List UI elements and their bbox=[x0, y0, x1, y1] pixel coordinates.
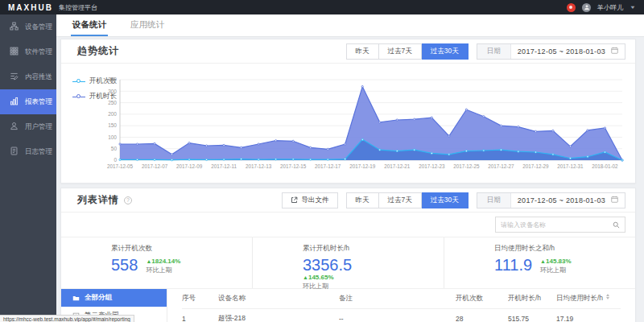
legend-marker-icon bbox=[72, 94, 85, 100]
sidebar-item-report-chart[interactable]: 报表管理 bbox=[0, 89, 56, 114]
svg-text:300: 300 bbox=[108, 89, 117, 94]
range-button[interactable]: 过去30天 bbox=[422, 43, 469, 60]
topbar: MAXHUB 集控管理平台 羊小咩儿 ▼ bbox=[0, 0, 644, 14]
search-button[interactable] bbox=[607, 217, 625, 232]
svg-text:2017-12-19: 2017-12-19 bbox=[349, 163, 376, 169]
range-button[interactable]: 过去30天 bbox=[422, 192, 469, 208]
calendar-icon[interactable] bbox=[611, 196, 618, 204]
content-push-icon bbox=[10, 72, 19, 82]
svg-text:2017-12-13: 2017-12-13 bbox=[246, 163, 272, 169]
table-cell: 1 bbox=[182, 315, 218, 322]
export-icon bbox=[291, 196, 298, 204]
log-icon bbox=[10, 147, 19, 157]
trend-date-range[interactable]: 2017-12-05 ~ 2018-01-03 bbox=[518, 47, 605, 56]
svg-text:2017-12-27: 2017-12-27 bbox=[488, 163, 514, 169]
tree-item-0[interactable]: 全部分组 bbox=[61, 289, 167, 307]
search-input[interactable] bbox=[496, 221, 607, 229]
notification-badge-icon[interactable] bbox=[567, 3, 576, 12]
report-chart-icon bbox=[10, 97, 19, 107]
trend-date-picker[interactable]: 日期 2017-12-05 ~ 2018-01-03 bbox=[477, 43, 625, 60]
stat-value: 558 bbox=[111, 256, 138, 274]
legend-marker-icon bbox=[72, 79, 85, 85]
help-icon[interactable]: ? bbox=[124, 196, 132, 204]
list-range-segment: 昨天过去7天过去30天 bbox=[346, 192, 469, 208]
svg-text:2017-12-31: 2017-12-31 bbox=[557, 163, 584, 169]
tab-1[interactable]: 应用统计 bbox=[129, 14, 166, 36]
list-panel: 列表详情 ? 导出文件 昨天过去7天过去30天 日期 2017-12-05 ~ … bbox=[60, 188, 636, 322]
stat-card-2: 日均使用时长之和/h111.9▲145.83%环比上期 bbox=[444, 237, 635, 288]
search-icon bbox=[613, 221, 620, 229]
table-cell: -- bbox=[339, 315, 456, 322]
trend-title: 趋势统计 bbox=[77, 44, 119, 58]
sidebar-item-log[interactable]: 日志管理 bbox=[0, 139, 56, 164]
svg-text:50: 50 bbox=[111, 146, 118, 151]
sidebar-item-content-push[interactable]: 内容推送 bbox=[0, 64, 56, 89]
table-header-row: 序号设备名称备注开机次数开机时长/h日均使用时长/h bbox=[182, 289, 621, 309]
up-arrow-icon: ▲ bbox=[303, 275, 308, 280]
table-cell: 28 bbox=[456, 315, 508, 322]
trend-panel: 趋势统计 昨天过去7天过去30天 日期 2017-12-05 ~ 2018-01… bbox=[60, 39, 636, 184]
avatar[interactable] bbox=[582, 3, 591, 12]
col-header[interactable]: 开机次数 bbox=[456, 294, 508, 303]
svg-text:100: 100 bbox=[108, 134, 117, 140]
col-header: 设备名称 bbox=[218, 294, 339, 303]
table-row[interactable]: 1超强-218--28515.7517.19 bbox=[182, 309, 621, 322]
svg-text:2017-12-09: 2017-12-09 bbox=[176, 163, 203, 169]
table-cell: 17.19 bbox=[556, 315, 621, 322]
export-file-button[interactable]: 导出文件 bbox=[282, 192, 338, 208]
stat-card-1: 累计开机时长/h3356.5▲145.65%环比上期 bbox=[252, 237, 444, 288]
date-label: 日期 bbox=[477, 44, 511, 59]
stat-value: 111.9 bbox=[494, 256, 532, 274]
person-icon bbox=[584, 4, 590, 10]
delta-up: ▲1824.14% bbox=[146, 258, 180, 265]
search-box bbox=[495, 217, 625, 233]
platform-title: 集控管理平台 bbox=[59, 3, 97, 12]
table-cell: 515.75 bbox=[508, 315, 556, 322]
sidebar-item-devices[interactable]: 设备管理 bbox=[0, 14, 56, 39]
stats-row: 累计开机次数558▲1824.14%环比上期累计开机时长/h3356.5▲145… bbox=[61, 237, 635, 288]
svg-text:150: 150 bbox=[108, 122, 117, 128]
svg-text:2017-12-07: 2017-12-07 bbox=[142, 163, 168, 169]
delta-up: ▲145.65% bbox=[303, 274, 444, 281]
chevron-down-icon[interactable]: ▼ bbox=[630, 5, 636, 10]
svg-text:2017-12-15: 2017-12-15 bbox=[280, 163, 307, 169]
trend-area-chart[interactable]: 0501001502002503003502017-12-052017-12-0… bbox=[97, 75, 629, 173]
list-title: 列表详情 bbox=[77, 193, 119, 207]
statusbar-url: https://mhcc-web.test.maxhub.vip/app/#/m… bbox=[3, 316, 130, 322]
list-date-range[interactable]: 2017-12-05 ~ 2018-01-03 bbox=[518, 196, 605, 204]
col-header: 序号 bbox=[182, 294, 218, 303]
col-header[interactable]: 日均使用时长/h bbox=[556, 294, 621, 303]
stat-value: 3356.5 bbox=[303, 256, 352, 274]
range-button[interactable]: 过去7天 bbox=[379, 192, 422, 208]
col-header: 备注 bbox=[339, 294, 456, 303]
table-zone: 全部分组第二产业园 序号设备名称备注开机次数开机时长/h日均使用时长/h 1超强… bbox=[61, 288, 635, 322]
list-date-picker[interactable]: 日期 2017-12-05 ~ 2018-01-03 bbox=[477, 192, 625, 208]
calendar-icon[interactable] bbox=[611, 47, 618, 56]
svg-text:2017-12-05: 2017-12-05 bbox=[107, 163, 134, 169]
date-label: 日期 bbox=[477, 193, 511, 208]
username[interactable]: 羊小咩儿 bbox=[597, 3, 623, 12]
stat-card-0: 累计开机次数558▲1824.14%环比上期 bbox=[61, 237, 252, 288]
statusbar-link-preview: https://mhcc-web.test.maxhub.vip/app/#/m… bbox=[0, 315, 134, 322]
svg-text:2017-12-25: 2017-12-25 bbox=[453, 163, 480, 169]
svg-text:250: 250 bbox=[108, 100, 117, 105]
sidebar-item-user[interactable]: 用户管理 bbox=[0, 114, 56, 139]
svg-text:2017-12-23: 2017-12-23 bbox=[419, 163, 445, 169]
range-button[interactable]: 昨天 bbox=[346, 192, 379, 208]
range-button[interactable]: 过去7天 bbox=[379, 43, 422, 60]
sidebar: 设备管理软件管理内容推送报表管理用户管理日志管理 bbox=[0, 14, 56, 322]
maxhub-logo: MAXHUB bbox=[8, 3, 53, 12]
up-arrow-icon: ▲ bbox=[146, 258, 151, 264]
tab-0[interactable]: 设备统计 bbox=[71, 14, 108, 36]
sidebar-item-software[interactable]: 软件管理 bbox=[0, 39, 56, 64]
trend-panel-header: 趋势统计 昨天过去7天过去30天 日期 2017-12-05 ~ 2018-01… bbox=[61, 39, 635, 64]
col-header[interactable]: 开机时长/h bbox=[508, 294, 556, 303]
table-cell: 超强-218 bbox=[218, 314, 339, 322]
svg-text:350: 350 bbox=[108, 76, 117, 82]
folder-icon bbox=[72, 295, 80, 302]
range-button[interactable]: 昨天 bbox=[346, 43, 379, 60]
sort-icon[interactable] bbox=[606, 294, 609, 299]
list-panel-header: 列表详情 ? 导出文件 昨天过去7天过去30天 日期 2017-12-05 ~ … bbox=[61, 188, 635, 213]
svg-text:2017-12-17: 2017-12-17 bbox=[315, 163, 341, 169]
device-table: 序号设备名称备注开机次数开机时长/h日均使用时长/h 1超强-218--2851… bbox=[167, 289, 635, 322]
